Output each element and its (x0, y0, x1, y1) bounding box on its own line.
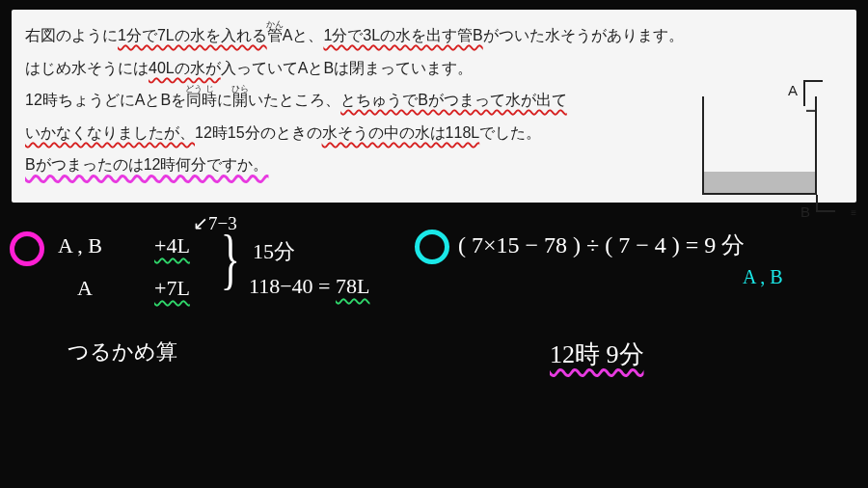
row2-value: +7L (154, 276, 190, 301)
equation: ( 7×15 − 78 ) ÷ ( 7 − 4 ) = 9 分 (458, 230, 745, 260)
problem-line-5: Bがつまったのは12時何分ですか。 (25, 149, 700, 181)
bullet-1 (10, 231, 44, 266)
tank-body (702, 96, 817, 195)
circle-cyan-icon (415, 230, 449, 264)
row2-label: A (77, 276, 93, 301)
row1-label: A , B (58, 233, 102, 258)
problem-line-3: 12時ちょうどにAとBをどう同じ時にひら開いたところ、とちゅうでBがつまって水が… (25, 84, 700, 117)
problem-text-block: 右図のように1分で7Lの水を入れるかん管Aと、1分で3Lの水を出す管Bがついた水… (25, 19, 700, 181)
work-area: ↙7−3 A , B +4L A +7L } 15分 118−40 = 78L … (0, 203, 868, 226)
tank-water-fill (704, 172, 815, 193)
problem-line-2: はじめ水そうには40Lの水が入っていてAとBは閉まっています。 (25, 52, 700, 85)
difference: 118−40 = 78L (249, 274, 369, 299)
problem-statement: 右図のように1分で7Lの水を入れるかん管Aと、1分で3Lの水を出す管Bがついた水… (12, 10, 856, 203)
method-label: つるかめ算 (68, 338, 177, 366)
final-answer: 12時 9分 (550, 338, 644, 371)
row1-value: +4L (154, 233, 190, 258)
tank-diagram: A ||| B ≡ (692, 53, 837, 217)
bullet-2 (415, 230, 449, 264)
equation-label: A , B (743, 266, 783, 288)
problem-line-4: いかなくなりましたが、12時15分のときの水そうの中の水は118Lでした。 (25, 117, 700, 149)
brace-icon: } (221, 226, 240, 293)
circle-magenta-icon (10, 231, 44, 266)
problem-line-1: 右図のように1分で7Lの水を入れるかん管Aと、1分で3Lの水を出す管Bがついた水… (25, 19, 700, 52)
minutes: 15分 (253, 237, 295, 266)
